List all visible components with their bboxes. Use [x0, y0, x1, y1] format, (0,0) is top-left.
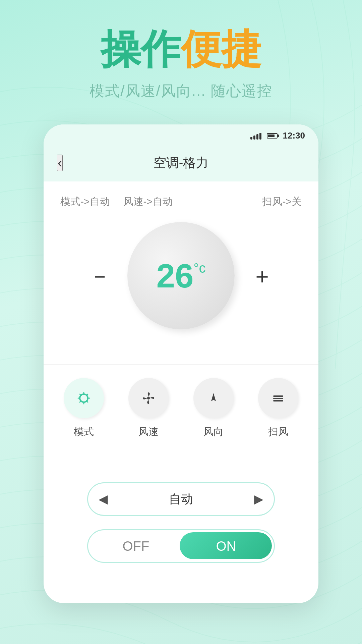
sweep-status: 扫风->关 [262, 195, 302, 209]
signal-bar-3 [256, 134, 258, 140]
hero-title-part2: 便捷 [181, 26, 261, 71]
svg-rect-3 [273, 398, 283, 399]
signal-indicator [250, 132, 261, 140]
wind-direction-button-item[interactable]: 风向 [193, 378, 234, 439]
temp-number: 26 [156, 257, 193, 294]
status-left: 模式->自动 风速->自动 [60, 195, 173, 209]
hero-title-part1: 操作 [101, 26, 181, 71]
fan-icon [140, 390, 157, 407]
power-toggle[interactable]: OFF ON [87, 529, 275, 563]
power-on-label: ON [181, 539, 271, 554]
status-row: 模式->自动 风速->自动 扫风->关 [60, 195, 302, 209]
mode-button-circle [64, 378, 104, 418]
temperature-value: 26°c [156, 259, 205, 292]
status-time: 12:30 [283, 130, 305, 141]
mode-current-text: 自动 [118, 491, 244, 507]
hero-subtitle: 模式/风速/风向... 随心遥控 [89, 81, 272, 101]
temp-unit: °c [194, 261, 206, 275]
sweep-button-item[interactable]: 扫风 [258, 378, 298, 439]
wind-speed-status: 风速->自动 [123, 195, 173, 209]
app-header: ‹ 空调-格力 [44, 144, 318, 181]
back-button[interactable]: ‹ [57, 155, 63, 171]
svg-rect-4 [273, 400, 283, 401]
phone-mockup: 12:30 ‹ 空调-格力 模式->自动 风速->自动 扫风->关 － [44, 124, 318, 603]
temp-increase-button[interactable]: ＋ [251, 265, 273, 286]
battery-indicator [267, 133, 278, 139]
mode-selector: ◀ 自动 ▶ [87, 482, 275, 516]
temperature-circle: 26°c [127, 222, 235, 329]
wind-speed-button-label: 风速 [138, 425, 159, 439]
signal-bar-1 [250, 137, 252, 140]
page-container: 操作便捷 模式/风速/风向... 随心遥控 12:30 ‹ 空调-格力 [0, 0, 362, 603]
sweep-button-circle [258, 378, 298, 418]
control-buttons-panel: 模式 风速 [44, 364, 318, 459]
signal-bar-2 [253, 136, 255, 140]
signal-bar-4 [259, 133, 261, 140]
wind-speed-button-item[interactable]: 风速 [128, 378, 169, 439]
wind-speed-button-circle [128, 378, 169, 418]
sweep-icon [270, 390, 287, 407]
direction-icon [205, 390, 222, 407]
mode-next-button[interactable]: ▶ [244, 483, 274, 515]
control-buttons-row: 模式 风速 [64, 378, 298, 439]
status-bar: 12:30 [44, 124, 318, 144]
svg-point-1 [147, 397, 150, 399]
temp-decrease-button[interactable]: － [89, 265, 111, 286]
wind-direction-button-label: 风向 [203, 425, 224, 439]
mode-icon [75, 390, 92, 407]
mode-prev-button[interactable]: ◀ [88, 483, 118, 515]
svg-rect-2 [273, 395, 283, 397]
app-title: 空调-格力 [154, 154, 209, 171]
battery-fill [268, 135, 275, 137]
sweep-button-label: 扫风 [268, 425, 288, 439]
mode-button-label: 模式 [74, 425, 94, 439]
mode-status: 模式->自动 [60, 195, 110, 209]
ac-panel: 模式->自动 风速->自动 扫风->关 － 26°c ＋ [44, 181, 318, 363]
power-off-label: OFF [91, 539, 181, 554]
wind-direction-button-circle [193, 378, 234, 418]
hero-title: 操作便捷 [101, 27, 261, 71]
mode-button-item[interactable]: 模式 [64, 378, 104, 439]
temperature-control: － 26°c ＋ [60, 222, 302, 329]
battery-icon [267, 133, 278, 139]
